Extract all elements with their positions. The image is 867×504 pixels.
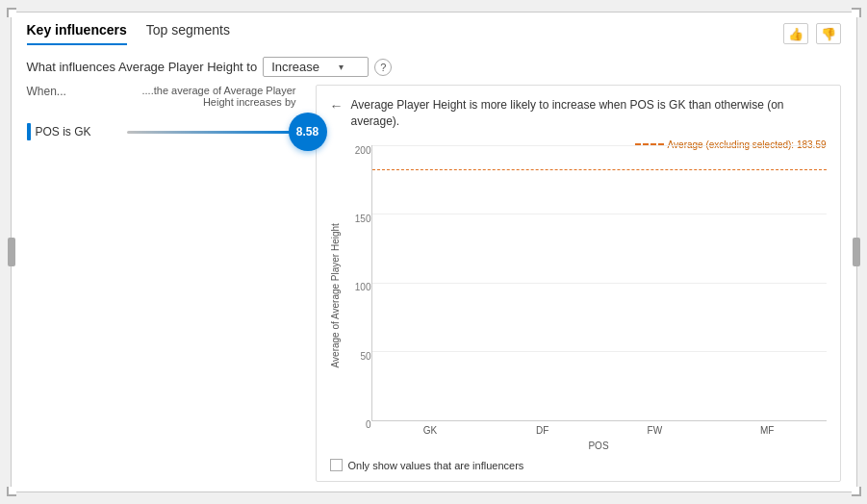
influencer-text: POS is GK xyxy=(36,125,91,139)
thumbdown-button[interactable]: 👎 xyxy=(816,23,841,44)
main-container: Key influencers Top segments 👍 👎 What in… xyxy=(11,12,857,492)
x-label-df: DF xyxy=(536,425,548,436)
tab-bar: Key influencers Top segments xyxy=(27,22,230,45)
x-axis-title: POS xyxy=(371,441,827,451)
y-axis-label: Average of Average Player Height xyxy=(330,139,341,451)
help-icon[interactable]: ? xyxy=(374,59,392,76)
left-panel: When... ....the average of Average Playe… xyxy=(27,85,306,482)
increases-by-label: ....the average of Average Player Height… xyxy=(142,85,296,108)
only-influencers-checkbox[interactable] xyxy=(330,459,343,471)
x-label-mf: MF xyxy=(760,425,774,436)
main-content: When... ....the average of Average Playe… xyxy=(12,85,856,491)
when-label: When... xyxy=(27,85,142,108)
back-arrow-icon[interactable]: ← xyxy=(330,98,344,113)
chart-inner: Average (excluding selected): 183.59 200… xyxy=(344,139,827,451)
resize-handle-tr[interactable] xyxy=(852,8,861,17)
x-label-df-group: DF xyxy=(493,421,592,439)
x-label-mf-group: MF xyxy=(718,421,817,439)
blue-bar-icon xyxy=(27,123,31,140)
y-ticks: 200 150 100 50 0 xyxy=(344,145,371,451)
header-icons: 👍 👎 xyxy=(783,23,841,44)
resize-handle-tl[interactable] xyxy=(7,8,16,17)
x-label-fw-group: FW xyxy=(605,421,704,439)
resize-handle-left[interactable] xyxy=(8,238,15,266)
slider-track: 8.58 xyxy=(127,131,300,134)
resize-handle-br[interactable] xyxy=(852,487,861,496)
influencer-label: POS is GK xyxy=(27,123,114,140)
influencer-value-bubble: 8.58 xyxy=(289,113,327,151)
y-tick-150: 150 xyxy=(355,214,371,224)
right-panel-header: ← Average Player Height is more likely t… xyxy=(330,97,827,130)
bars-and-ticks: 200 150 100 50 0 xyxy=(344,145,827,451)
tab-key-influencers[interactable]: Key influencers xyxy=(27,22,127,45)
bars-plot-area xyxy=(371,145,827,421)
chevron-down-icon: ▾ xyxy=(339,62,344,72)
subtitle-prefix: What influences Average Player Height to xyxy=(27,60,258,74)
increase-dropdown[interactable]: Increase ▾ xyxy=(263,57,369,77)
checkbox-label: Only show values that are influencers xyxy=(348,460,524,471)
influencer-row[interactable]: POS is GK 8.58 xyxy=(27,117,306,146)
y-tick-100: 100 xyxy=(355,282,371,292)
x-label-fw: FW xyxy=(648,425,663,436)
checkbox-row[interactable]: Only show values that are influencers xyxy=(330,459,827,471)
x-labels-row: GK DF FW MF xyxy=(371,421,827,439)
resize-handle-right[interactable] xyxy=(853,238,860,266)
right-panel: ← Average Player Height is more likely t… xyxy=(316,85,841,482)
chart-area: Average of Average Player Height Average… xyxy=(330,139,827,471)
bars-row xyxy=(372,145,827,420)
chart-with-yaxis: Average of Average Player Height Average… xyxy=(330,139,827,451)
y-tick-200: 200 xyxy=(355,145,371,156)
bars-column: GK DF FW MF xyxy=(371,145,827,451)
header: Key influencers Top segments 👍 👎 xyxy=(12,13,856,45)
thumbup-button[interactable]: 👍 xyxy=(783,23,808,44)
tab-top-segments[interactable]: Top segments xyxy=(146,22,230,45)
x-label-gk-group: GK xyxy=(381,421,480,439)
left-panel-header: When... ....the average of Average Playe… xyxy=(27,85,306,108)
right-panel-title: Average Player Height is more likely to … xyxy=(351,97,827,130)
resize-handle-bl[interactable] xyxy=(7,487,16,496)
y-tick-50: 50 xyxy=(360,351,370,362)
x-label-gk: GK xyxy=(423,425,437,436)
dropdown-value: Increase xyxy=(271,60,319,74)
subtitle-row: What influences Average Player Height to… xyxy=(12,45,856,85)
